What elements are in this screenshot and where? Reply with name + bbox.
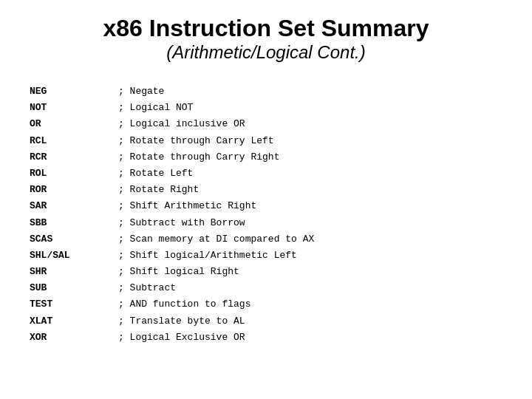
instruction-comment: ; Logical NOT: [118, 101, 502, 115]
table-row: ROL; Rotate Left: [30, 167, 502, 180]
instruction-mnemonic: SBB: [30, 216, 118, 230]
instruction-mnemonic: ROL: [30, 167, 118, 180]
instruction-mnemonic: NEG: [30, 85, 118, 98]
instruction-comment: ; AND function to flags: [118, 298, 502, 311]
instruction-table: NEG; NegateNOT; Logical NOTOR; Logical i…: [30, 85, 502, 344]
instruction-mnemonic: SHR: [30, 265, 118, 279]
table-row: SHR; Shift logical Right: [30, 265, 502, 279]
instruction-comment: ; Rotate Right: [118, 183, 502, 197]
instruction-comment: ; Scan memory at DI compared to AX: [118, 233, 502, 246]
instruction-mnemonic: OR: [30, 117, 118, 131]
page: x86 Instruction Set Summary (Arithmetic/…: [0, 0, 532, 399]
title-block: x86 Instruction Set Summary (Arithmetic/…: [30, 15, 502, 63]
instruction-comment: ; Negate: [118, 85, 502, 98]
instruction-mnemonic: RCL: [30, 134, 118, 148]
table-row: TEST; AND function to flags: [30, 298, 502, 311]
table-row: SBB; Subtract with Borrow: [30, 216, 502, 230]
table-row: SUB; Subtract: [30, 282, 502, 295]
table-row: XLAT; Translate byte to AL: [30, 315, 502, 328]
instruction-comment: ; Rotate Left: [118, 167, 502, 180]
subtitle: (Arithmetic/Logical Cont.): [30, 42, 502, 63]
instruction-comment: ; Logical Exclusive OR: [118, 331, 502, 344]
instruction-comment: ; Logical inclusive OR: [118, 117, 502, 131]
instruction-mnemonic: NOT: [30, 101, 118, 115]
table-row: SHL/SAL; Shift logical/Arithmetic Left: [30, 249, 502, 262]
instruction-mnemonic: SHL/SAL: [30, 249, 118, 262]
instruction-comment: ; Shift logical/Arithmetic Left: [118, 249, 502, 262]
instruction-comment: ; Rotate through Carry Right: [118, 151, 502, 164]
table-row: NEG; Negate: [30, 85, 502, 98]
instruction-comment: ; Rotate through Carry Left: [118, 134, 502, 148]
main-title: x86 Instruction Set Summary: [30, 15, 502, 42]
instruction-comment: ; Shift logical Right: [118, 265, 502, 279]
table-row: OR; Logical inclusive OR: [30, 117, 502, 131]
table-row: ROR; Rotate Right: [30, 183, 502, 197]
instruction-mnemonic: XLAT: [30, 315, 118, 328]
instruction-comment: ; Shift Arithmetic Right: [118, 200, 502, 213]
instruction-mnemonic: SAR: [30, 200, 118, 213]
instruction-mnemonic: RCR: [30, 151, 118, 164]
instruction-mnemonic: XOR: [30, 331, 118, 344]
table-row: SAR; Shift Arithmetic Right: [30, 200, 502, 213]
table-row: RCL; Rotate through Carry Left: [30, 134, 502, 148]
instruction-comment: ; Subtract with Borrow: [118, 216, 502, 230]
instruction-comment: ; Subtract: [118, 282, 502, 295]
table-row: XOR; Logical Exclusive OR: [30, 331, 502, 344]
instruction-comment: ; Translate byte to AL: [118, 315, 502, 328]
table-row: RCR; Rotate through Carry Right: [30, 151, 502, 164]
instruction-mnemonic: TEST: [30, 298, 118, 311]
instruction-mnemonic: ROR: [30, 183, 118, 197]
table-row: SCAS; Scan memory at DI compared to AX: [30, 233, 502, 246]
table-row: NOT; Logical NOT: [30, 101, 502, 115]
instruction-mnemonic: SCAS: [30, 233, 118, 246]
instruction-mnemonic: SUB: [30, 282, 118, 295]
